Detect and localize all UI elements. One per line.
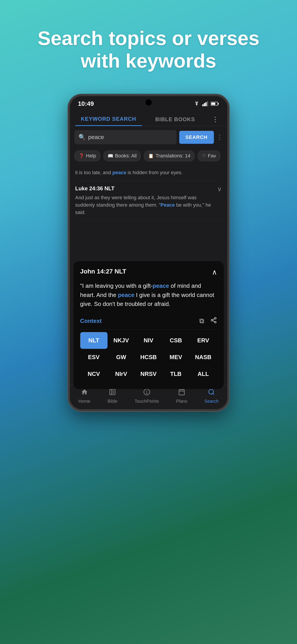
status-time: 10:49 (78, 100, 94, 107)
filter-chips: ❓ Help 📖 Books: All 📋 Translations: 14 ♡… (70, 148, 227, 164)
svg-point-24 (209, 389, 213, 394)
camera-notch (145, 99, 152, 106)
svg-rect-0 (202, 104, 204, 106)
battery-icon (211, 101, 219, 106)
phone-frame: 10:49 (68, 94, 229, 411)
verse-header-luke: Luke 24:36 NLT And just as they were tel… (75, 185, 222, 216)
svg-point-9 (214, 321, 216, 323)
svg-rect-1 (204, 103, 205, 106)
svg-point-7 (214, 318, 216, 319)
trans-btn-tlb[interactable]: TLB (162, 366, 190, 382)
plans-icon (178, 388, 185, 397)
trans-btn-esv[interactable]: ESV (80, 349, 107, 366)
nav-label-bible: Bible (107, 399, 117, 404)
nav-item-touchpoints[interactable]: TouchPoints (135, 388, 159, 404)
trans-btn-erv[interactable]: ERV (190, 332, 217, 349)
svg-line-11 (213, 319, 215, 320)
filter-chip-favorites[interactable]: ♡ Fav (198, 150, 220, 161)
filter-chip-books[interactable]: 📖 Books: All (103, 150, 141, 161)
svg-rect-5 (218, 103, 219, 105)
trans-btn-nlt[interactable]: NLT (80, 332, 107, 349)
nav-item-bible[interactable]: Bible (107, 388, 117, 404)
chevron-up-icon[interactable]: ∧ (212, 268, 217, 276)
copy-icon[interactable]: ⧉ (199, 317, 204, 325)
expanded-card-actions: Context ⧉ (80, 314, 217, 330)
svg-rect-20 (179, 390, 184, 395)
nav-label-plans: Plans (176, 399, 187, 404)
chip-books-label: Books: All (115, 153, 137, 159)
tab-more-button[interactable]: ⋮ (209, 114, 222, 125)
verse-text-partial: it is too late, and peace is hidden from… (75, 169, 222, 176)
chip-fav-label: Fav (208, 153, 216, 159)
svg-rect-6 (211, 103, 215, 105)
verse-content-luke: Luke 24:36 NLT And just as they were tel… (75, 185, 217, 216)
svg-rect-2 (205, 102, 207, 106)
expanded-highlight-2: peace (118, 292, 135, 298)
search-button[interactable]: SEARCH (179, 131, 214, 144)
svg-point-8 (211, 320, 213, 321)
search-bar-row: 🔍 peace SEARCH ⋮ (70, 126, 227, 148)
tab-bible-books[interactable]: BIBLE BOOKS (142, 113, 209, 126)
wifi-icon (193, 101, 200, 106)
home-icon (81, 388, 88, 397)
phone-screen: 10:49 (70, 96, 227, 409)
search-icon: 🔍 (78, 134, 86, 141)
nav-label-search: Search (205, 399, 219, 404)
search-more-button[interactable]: ⋮ (217, 134, 223, 141)
verse-highlight-luke: Peace (161, 202, 175, 208)
action-icons: ⧉ (199, 317, 217, 325)
verse-item-partial[interactable]: it is too late, and peace is hidden from… (75, 164, 222, 181)
signal-icon (202, 101, 209, 106)
expanded-card-header: John 14:27 NLT ∧ (80, 268, 217, 278)
trans-btn-mev[interactable]: MEV (162, 349, 190, 366)
favorites-icon: ♡ (202, 153, 206, 158)
trans-btn-all[interactable]: ALL (190, 366, 217, 382)
app-tabs: KEYWORD SEARCH BIBLE BOOKS ⋮ (70, 109, 227, 126)
trans-btn-nkjv[interactable]: NKJV (107, 332, 135, 349)
expanded-verse-text: "I am leaving you with a gift-peace of m… (80, 281, 217, 308)
share-icon[interactable] (210, 317, 217, 325)
search-nav-icon (208, 388, 215, 397)
hero-title: Search topics or verses with keywords (0, 27, 297, 72)
verse-highlight: peace (112, 170, 126, 175)
verse-item-luke[interactable]: Luke 24:36 NLT And just as they were tel… (75, 181, 222, 221)
nav-label-home: Home (78, 399, 90, 404)
nav-item-plans[interactable]: Plans (176, 388, 187, 404)
svg-point-19 (146, 393, 147, 394)
trans-btn-csb[interactable]: CSB (162, 332, 190, 349)
trans-btn-niv[interactable]: NIV (135, 332, 162, 349)
nav-item-home[interactable]: Home (78, 388, 90, 404)
nav-item-search[interactable]: Search (205, 388, 219, 404)
trans-btn-hcsb[interactable]: HCSB (135, 349, 162, 366)
trans-btn-nirv[interactable]: NIrV (107, 366, 135, 382)
status-icons (193, 101, 219, 106)
translation-grid: NLT NKJV NIV CSB ERV ESV GW HCSB MEV NAS… (80, 330, 217, 387)
trans-btn-gw[interactable]: GW (107, 349, 135, 366)
phone-mockup: 10:49 (68, 94, 229, 411)
search-input[interactable]: peace (88, 134, 104, 141)
tab-keyword-search[interactable]: KEYWORD SEARCH (75, 113, 142, 126)
trans-btn-nasb[interactable]: NASB (190, 349, 217, 366)
expanded-verse-ref: John 14:27 NLT (80, 268, 126, 275)
trans-btn-ncv[interactable]: NCV (80, 366, 107, 382)
verse-list: it is too late, and peace is hidden from… (70, 164, 227, 221)
bible-icon (109, 388, 116, 397)
verse-ref-luke: Luke 24:36 NLT (75, 185, 217, 192)
chip-help-label: Help (86, 153, 96, 159)
expanded-highlight-1: peace (153, 282, 169, 289)
context-link[interactable]: Context (80, 318, 102, 324)
search-input-box[interactable]: 🔍 peace (74, 130, 177, 144)
trans-btn-nrsv[interactable]: NRSV (135, 366, 162, 382)
filter-chip-help[interactable]: ❓ Help (74, 150, 100, 161)
expanded-verse-card: John 14:27 NLT ∧ "I am leaving you with … (73, 261, 224, 389)
help-icon: ❓ (79, 153, 84, 158)
books-icon: 📖 (108, 153, 113, 158)
svg-rect-3 (207, 101, 208, 106)
chip-translations-label: Translations: 14 (156, 153, 190, 159)
filter-chip-translations[interactable]: 📋 Translations: 14 (144, 150, 195, 161)
svg-line-10 (213, 321, 215, 322)
nav-label-touchpoints: TouchPoints (135, 399, 159, 404)
touchpoints-icon (143, 388, 150, 397)
verse-text-luke: And just as they were telling about it, … (75, 194, 217, 216)
translations-icon: 📋 (148, 153, 154, 158)
